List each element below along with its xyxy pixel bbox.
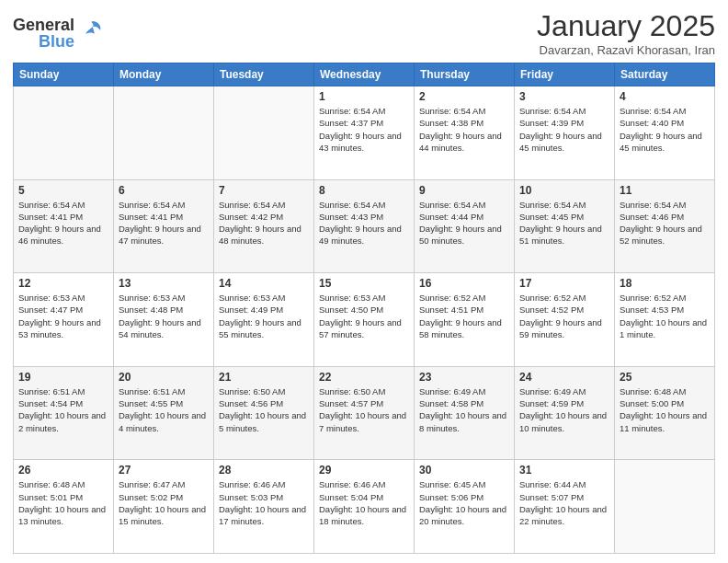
calendar-cell: 31Sunrise: 6:44 AM Sunset: 5:07 PM Dayli…: [515, 460, 615, 554]
calendar-cell: 23Sunrise: 6:49 AM Sunset: 4:58 PM Dayli…: [415, 366, 515, 460]
calendar-cell: [14, 86, 114, 180]
calendar-cell: 10Sunrise: 6:54 AM Sunset: 4:45 PM Dayli…: [515, 179, 615, 273]
day-number: 2: [419, 90, 509, 103]
day-number: 24: [519, 371, 609, 384]
calendar-cell: 28Sunrise: 6:46 AM Sunset: 5:03 PM Dayli…: [214, 460, 314, 554]
day-number: 31: [519, 464, 609, 477]
day-info: Sunrise: 6:44 AM Sunset: 5:07 PM Dayligh…: [519, 478, 609, 527]
day-info: Sunrise: 6:48 AM Sunset: 5:00 PM Dayligh…: [620, 385, 710, 434]
calendar-cell: 9Sunrise: 6:54 AM Sunset: 4:44 PM Daylig…: [415, 179, 515, 273]
day-info: Sunrise: 6:52 AM Sunset: 4:51 PM Dayligh…: [419, 292, 509, 340]
day-info: Sunrise: 6:54 AM Sunset: 4:43 PM Dayligh…: [319, 199, 409, 247]
calendar-header-row: SundayMondayTuesdayWednesdayThursdayFrid…: [14, 63, 715, 86]
day-info: Sunrise: 6:54 AM Sunset: 4:46 PM Dayligh…: [620, 199, 710, 247]
header: General Blue January 2025 Davarzan, Raza…: [13, 9, 715, 57]
day-number: 28: [219, 464, 309, 477]
day-info: Sunrise: 6:52 AM Sunset: 4:52 PM Dayligh…: [519, 292, 609, 340]
day-number: 1: [319, 90, 409, 103]
day-header-monday: Monday: [114, 63, 214, 86]
day-info: Sunrise: 6:51 AM Sunset: 4:55 PM Dayligh…: [119, 385, 209, 434]
logo: General Blue: [13, 17, 106, 50]
day-number: 27: [119, 464, 209, 477]
day-info: Sunrise: 6:53 AM Sunset: 4:48 PM Dayligh…: [119, 292, 209, 340]
calendar-cell: 27Sunrise: 6:47 AM Sunset: 5:02 PM Dayli…: [114, 460, 214, 554]
day-info: Sunrise: 6:54 AM Sunset: 4:42 PM Dayligh…: [219, 199, 309, 247]
calendar-week-row: 5Sunrise: 6:54 AM Sunset: 4:41 PM Daylig…: [14, 179, 715, 273]
day-number: 15: [319, 277, 409, 290]
day-number: 19: [18, 371, 108, 384]
day-info: Sunrise: 6:46 AM Sunset: 5:03 PM Dayligh…: [219, 478, 309, 527]
calendar-cell: [114, 86, 214, 180]
day-header-sunday: Sunday: [14, 63, 114, 86]
day-info: Sunrise: 6:54 AM Sunset: 4:45 PM Dayligh…: [519, 199, 609, 247]
calendar-cell: 25Sunrise: 6:48 AM Sunset: 5:00 PM Dayli…: [615, 366, 715, 460]
calendar-cell: 1Sunrise: 6:54 AM Sunset: 4:37 PM Daylig…: [314, 86, 415, 180]
calendar-cell: 5Sunrise: 6:54 AM Sunset: 4:41 PM Daylig…: [14, 179, 114, 273]
day-info: Sunrise: 6:49 AM Sunset: 4:59 PM Dayligh…: [519, 385, 609, 434]
day-info: Sunrise: 6:53 AM Sunset: 4:49 PM Dayligh…: [219, 292, 309, 340]
location: Davarzan, Razavi Khorasan, Iran: [537, 43, 715, 57]
day-number: 9: [419, 184, 509, 197]
calendar-cell: 17Sunrise: 6:52 AM Sunset: 4:52 PM Dayli…: [515, 273, 615, 367]
calendar-cell: 2Sunrise: 6:54 AM Sunset: 4:38 PM Daylig…: [415, 86, 515, 180]
day-info: Sunrise: 6:53 AM Sunset: 4:50 PM Dayligh…: [319, 292, 409, 340]
day-info: Sunrise: 6:49 AM Sunset: 4:58 PM Dayligh…: [419, 385, 509, 434]
day-number: 25: [620, 371, 710, 384]
day-number: 12: [18, 277, 108, 290]
calendar-cell: [214, 86, 314, 180]
calendar-cell: 30Sunrise: 6:45 AM Sunset: 5:06 PM Dayli…: [415, 460, 515, 554]
day-header-thursday: Thursday: [415, 63, 515, 86]
logo-general: General: [13, 17, 74, 33]
page: General Blue January 2025 Davarzan, Raza…: [0, 0, 728, 563]
day-number: 13: [119, 277, 209, 290]
day-number: 10: [519, 184, 609, 197]
day-info: Sunrise: 6:50 AM Sunset: 4:57 PM Dayligh…: [319, 385, 409, 434]
calendar-cell: 16Sunrise: 6:52 AM Sunset: 4:51 PM Dayli…: [415, 273, 515, 367]
day-header-friday: Friday: [515, 63, 615, 86]
calendar-cell: [615, 460, 715, 554]
header-right: January 2025 Davarzan, Razavi Khorasan, …: [537, 9, 715, 57]
calendar-cell: 7Sunrise: 6:54 AM Sunset: 4:42 PM Daylig…: [214, 179, 314, 273]
day-info: Sunrise: 6:54 AM Sunset: 4:37 PM Dayligh…: [319, 105, 409, 154]
day-info: Sunrise: 6:54 AM Sunset: 4:44 PM Dayligh…: [419, 199, 509, 247]
calendar-cell: 8Sunrise: 6:54 AM Sunset: 4:43 PM Daylig…: [314, 179, 415, 273]
day-number: 14: [219, 277, 309, 290]
day-number: 4: [620, 90, 710, 103]
day-info: Sunrise: 6:47 AM Sunset: 5:02 PM Dayligh…: [119, 478, 209, 527]
day-number: 6: [119, 184, 209, 197]
day-number: 22: [319, 371, 409, 384]
calendar-cell: 12Sunrise: 6:53 AM Sunset: 4:47 PM Dayli…: [14, 273, 114, 367]
calendar-cell: 29Sunrise: 6:46 AM Sunset: 5:04 PM Dayli…: [314, 460, 415, 554]
day-number: 26: [18, 464, 108, 477]
day-number: 20: [119, 371, 209, 384]
day-header-tuesday: Tuesday: [214, 63, 314, 86]
day-info: Sunrise: 6:54 AM Sunset: 4:41 PM Dayligh…: [119, 199, 209, 247]
calendar-cell: 26Sunrise: 6:48 AM Sunset: 5:01 PM Dayli…: [14, 460, 114, 554]
calendar-cell: 6Sunrise: 6:54 AM Sunset: 4:41 PM Daylig…: [114, 179, 214, 273]
day-number: 8: [319, 184, 409, 197]
calendar-table: SundayMondayTuesdayWednesdayThursdayFrid…: [13, 63, 715, 554]
day-header-wednesday: Wednesday: [314, 63, 415, 86]
day-info: Sunrise: 6:54 AM Sunset: 4:39 PM Dayligh…: [519, 105, 609, 154]
day-info: Sunrise: 6:46 AM Sunset: 5:04 PM Dayligh…: [319, 478, 409, 527]
month-title: January 2025: [537, 9, 715, 43]
calendar-week-row: 19Sunrise: 6:51 AM Sunset: 4:54 PM Dayli…: [14, 366, 715, 460]
day-info: Sunrise: 6:51 AM Sunset: 4:54 PM Dayligh…: [18, 385, 108, 434]
day-info: Sunrise: 6:48 AM Sunset: 5:01 PM Dayligh…: [18, 478, 108, 527]
day-number: 30: [419, 464, 509, 477]
day-number: 3: [519, 90, 609, 103]
day-number: 16: [419, 277, 509, 290]
calendar-cell: 20Sunrise: 6:51 AM Sunset: 4:55 PM Dayli…: [114, 366, 214, 460]
day-number: 17: [519, 277, 609, 290]
calendar-week-row: 12Sunrise: 6:53 AM Sunset: 4:47 PM Dayli…: [14, 273, 715, 367]
calendar-cell: 18Sunrise: 6:52 AM Sunset: 4:53 PM Dayli…: [615, 273, 715, 367]
day-number: 18: [620, 277, 710, 290]
calendar-cell: 19Sunrise: 6:51 AM Sunset: 4:54 PM Dayli…: [14, 366, 114, 460]
day-number: 21: [219, 371, 309, 384]
logo-bird-icon: [80, 17, 106, 49]
day-info: Sunrise: 6:52 AM Sunset: 4:53 PM Dayligh…: [620, 292, 710, 340]
calendar-week-row: 26Sunrise: 6:48 AM Sunset: 5:01 PM Dayli…: [14, 460, 715, 554]
day-info: Sunrise: 6:54 AM Sunset: 4:41 PM Dayligh…: [18, 199, 108, 247]
day-header-saturday: Saturday: [615, 63, 715, 86]
calendar-cell: 4Sunrise: 6:54 AM Sunset: 4:40 PM Daylig…: [615, 86, 715, 180]
